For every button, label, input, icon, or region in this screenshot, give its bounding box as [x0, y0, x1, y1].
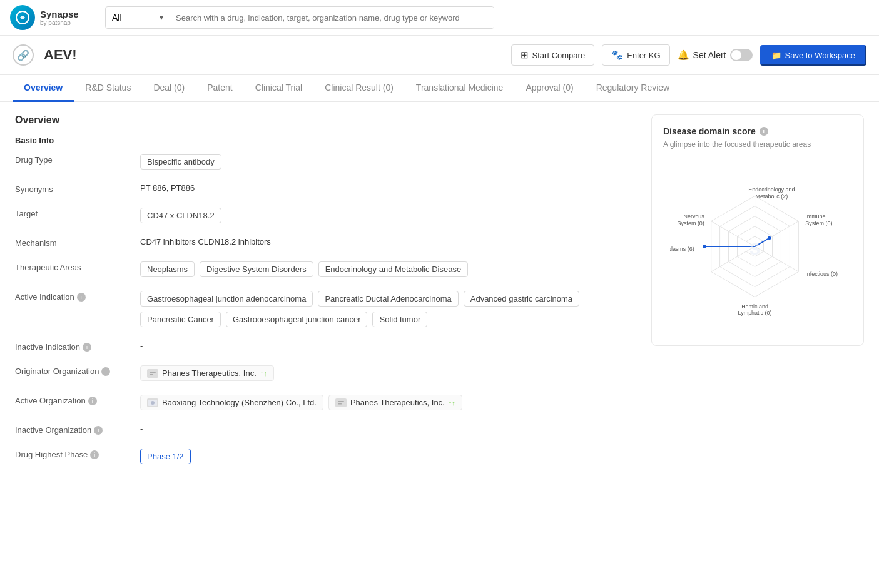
- drug-type-value: Bispecific antibody: [140, 154, 639, 170]
- filter-select[interactable]: All Drug Target: [106, 13, 168, 23]
- inactive-indication-value: -: [140, 341, 639, 350]
- logo-area: Synapse by patsnap: [10, 5, 98, 30]
- target-tag: CD47 x CLDN18.2: [140, 208, 221, 223]
- active-org-2-logo: [335, 398, 347, 407]
- tabs-bar: Overview R&D Status Deal (0) Patent Clin…: [0, 75, 879, 102]
- indication-advanced-gastric: Advanced gastric carcinoma: [464, 291, 579, 307]
- disease-domain-panel: Disease domain score i A glimpse into th…: [651, 114, 864, 346]
- inactive-indication-dash: -: [140, 341, 143, 350]
- svg-text:Metabolic (2): Metabolic (2): [756, 193, 788, 200]
- tab-overview[interactable]: Overview: [13, 75, 74, 102]
- active-org-label: Active Organization i: [15, 395, 140, 405]
- inactive-org-value: -: [140, 424, 639, 433]
- svg-rect-7: [338, 401, 344, 402]
- originator-org-label: Originator Organization i: [15, 365, 140, 376]
- originator-org-arrow: ↑↑: [260, 370, 267, 377]
- highest-phase-tag: Phase 1/2: [140, 449, 191, 464]
- drug-header: 🔗 AEV! ⊞ Start Compare 🐾 Enter KG 🔔 Set …: [0, 36, 879, 75]
- enter-kg-button[interactable]: 🐾 Enter KG: [602, 44, 669, 66]
- drug-name: AEV!: [44, 47, 501, 63]
- tab-patent[interactable]: Patent: [196, 75, 243, 102]
- tab-rd-status[interactable]: R&D Status: [74, 75, 142, 102]
- score-title: Disease domain score i: [663, 126, 852, 136]
- main-info-panel: Overview Basic Info Drug Type Bispecific…: [15, 114, 639, 478]
- ta-digestive: Digestive System Disorders: [200, 261, 313, 277]
- radar-chart: Endocrinology and Metabolic (2) Immune S…: [670, 165, 845, 328]
- originator-org-row: Originator Organization i Phanes Therape…: [15, 365, 639, 381]
- section-overview-title: Overview: [15, 114, 639, 126]
- target-row: Target CD47 x CLDN18.2: [15, 208, 639, 223]
- svg-rect-8: [338, 403, 342, 405]
- svg-rect-6: [337, 400, 345, 406]
- radar-chart-wrap: Endocrinology and Metabolic (2) Immune S…: [663, 159, 852, 334]
- svg-rect-1: [148, 370, 157, 377]
- originator-org-info-icon[interactable]: i: [101, 367, 110, 376]
- svg-line-19: [711, 221, 755, 246]
- tab-deal[interactable]: Deal (0): [142, 75, 196, 102]
- score-subtitle: A glimpse into the focused therapeutic a…: [663, 140, 852, 149]
- inactive-indication-info-icon[interactable]: i: [83, 343, 91, 352]
- svg-text:Immune: Immune: [805, 213, 825, 220]
- tab-translational[interactable]: Translational Medicine: [405, 75, 515, 102]
- main-content: Overview Basic Info Drug Type Bispecific…: [0, 102, 879, 490]
- active-org-1-logo: [147, 398, 158, 407]
- mechanism-text: CD47 inhibitors CLDN18.2 inhibitors: [140, 237, 271, 246]
- tab-regulatory[interactable]: Regulatory Review: [585, 75, 681, 102]
- originator-org-value: Phanes Therapeutics, Inc. ↑↑: [140, 365, 639, 381]
- drug-icon: 🔗: [13, 44, 34, 66]
- svg-text:Infectious (0): Infectious (0): [805, 271, 838, 277]
- svg-text:Nervous: Nervous: [683, 213, 704, 220]
- svg-text:S: S: [749, 240, 760, 258]
- inactive-org-row: Inactive Organization i -: [15, 424, 639, 435]
- highest-phase-label: Drug Highest Phase i: [15, 449, 140, 459]
- active-org-item-2: Phanes Therapeutics, Inc. ↑↑: [328, 395, 462, 410]
- search-input[interactable]: [168, 7, 494, 28]
- highest-phase-info-icon[interactable]: i: [90, 450, 99, 459]
- search-bar: All Drug Target ▾: [105, 6, 494, 29]
- drug-type-row: Drug Type Bispecific antibody: [15, 154, 639, 170]
- active-indication-label: Active Indication i: [15, 291, 140, 302]
- svg-text:System (0): System (0): [805, 220, 832, 226]
- synonyms-row: Synonyms PT 886, PT886: [15, 183, 639, 194]
- start-compare-button[interactable]: ⊞ Start Compare: [511, 44, 595, 66]
- inactive-org-dash: -: [140, 424, 143, 433]
- active-org-item-1: Baoxiang Technology (Shenzhen) Co., Ltd.: [140, 395, 323, 410]
- highest-phase-row: Drug Highest Phase i Phase 1/2: [15, 449, 639, 464]
- active-org-value: Baoxiang Technology (Shenzhen) Co., Ltd.…: [140, 395, 639, 410]
- ta-neoplasms: Neoplasms: [140, 261, 195, 277]
- drug-actions: ⊞ Start Compare 🐾 Enter KG 🔔 Set Alert 📁…: [511, 44, 866, 66]
- top-bar: Synapse by patsnap All Drug Target ▾: [0, 0, 879, 36]
- start-compare-label: Start Compare: [532, 51, 586, 60]
- inactive-org-info-icon[interactable]: i: [94, 426, 103, 435]
- active-org-info-icon[interactable]: i: [88, 397, 97, 405]
- alert-toggle[interactable]: [730, 49, 753, 61]
- indication-pancreatic-ductal: Pancreatic Ductal Adenocarcinoma: [318, 291, 458, 307]
- svg-rect-3: [150, 374, 153, 375]
- logo-sub: by patsnap: [40, 19, 79, 26]
- score-info-icon[interactable]: i: [760, 127, 768, 136]
- target-label: Target: [15, 208, 140, 218]
- tab-clinical-trial[interactable]: Clinical Trial: [244, 75, 313, 102]
- active-indication-row: Active Indication i Gastroesophageal jun…: [15, 291, 639, 327]
- indication-solid-tumor: Solid tumor: [372, 312, 427, 327]
- logo-icon: [10, 5, 35, 30]
- mechanism-label: Mechanism: [15, 237, 140, 248]
- svg-text:Lymphatic (0): Lymphatic (0): [738, 310, 772, 316]
- inactive-org-label: Inactive Organization i: [15, 424, 140, 435]
- mechanism-row: Mechanism CD47 inhibitors CLDN18.2 inhib…: [15, 237, 639, 248]
- mechanism-value: CD47 inhibitors CLDN18.2 inhibitors: [140, 237, 639, 246]
- save-workspace-button[interactable]: 📁 Save to Workspace: [760, 45, 866, 66]
- svg-line-18: [711, 246, 755, 271]
- save-workspace-label: Save to Workspace: [785, 51, 855, 60]
- synonyms-label: Synonyms: [15, 183, 140, 194]
- tab-approval[interactable]: Approval (0): [514, 75, 584, 102]
- enter-kg-label: Enter KG: [627, 51, 660, 60]
- svg-point-21: [768, 236, 771, 240]
- svg-point-5: [151, 401, 155, 405]
- active-org-2-arrow: ↑↑: [449, 399, 455, 407]
- active-indication-info-icon[interactable]: i: [77, 293, 86, 302]
- svg-rect-2: [150, 372, 156, 373]
- save-icon: 📁: [771, 51, 781, 60]
- originator-org-item: Phanes Therapeutics, Inc. ↑↑: [140, 365, 274, 381]
- tab-clinical-result[interactable]: Clinical Result (0): [313, 75, 405, 102]
